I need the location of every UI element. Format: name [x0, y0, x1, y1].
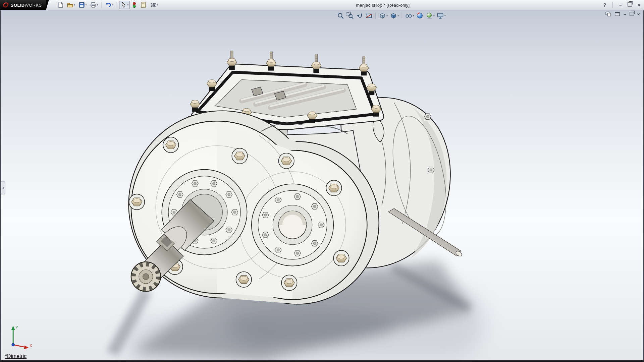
- toolbar-separator: [117, 2, 117, 8]
- dropdown-caret-icon[interactable]: ▾: [444, 14, 446, 17]
- logo-notch: [46, 0, 49, 10]
- dropdown-caret-icon[interactable]: ▾: [127, 4, 129, 6]
- minimize-button[interactable]: –: [618, 2, 623, 7]
- titlebar: SOLIDWORKS ▾: [0, 0, 644, 10]
- application-window: SOLIDWORKS ▾: [0, 0, 644, 362]
- dropdown-caret-icon[interactable]: ▾: [97, 4, 98, 6]
- select-arrow-icon: [120, 2, 127, 8]
- zoom-to-fit-icon: [337, 12, 344, 19]
- display-style-icon: [390, 12, 397, 19]
- selection-filter-icon: [132, 2, 137, 8]
- toolbar-separator: [612, 2, 613, 8]
- dropdown-caret-icon[interactable]: ▾: [74, 4, 75, 6]
- save-icon: [78, 2, 85, 8]
- toolbar-separator: [375, 13, 376, 18]
- solidworks-logo: SOLIDWORKS: [0, 0, 46, 10]
- selection-filter-button[interactable]: [130, 1, 138, 9]
- dropdown-caret-icon[interactable]: ▾: [386, 14, 388, 17]
- document-window-controls: – ×: [605, 11, 640, 16]
- edit-appearance-icon: [416, 12, 423, 19]
- section-view-button[interactable]: [365, 11, 373, 19]
- dropdown-caret-icon[interactable]: ▾: [86, 4, 87, 6]
- window-bottom-edge: [0, 360, 644, 362]
- window-controls: ? – ×: [602, 0, 641, 10]
- apply-scene-button[interactable]: ▾: [426, 11, 435, 19]
- print-icon: [90, 2, 97, 8]
- open-folder-icon: [67, 2, 74, 8]
- undo-icon: [105, 2, 112, 8]
- close-button[interactable]: ×: [637, 2, 641, 7]
- view-orientation-label: *Dimetric: [5, 353, 27, 359]
- print-button[interactable]: ▾: [89, 1, 100, 9]
- new-document-icon: [57, 2, 64, 8]
- graphics-viewport: ▾ ▾ ▾: [0, 10, 644, 360]
- help-button[interactable]: ?: [602, 2, 607, 7]
- restore-icon: [630, 12, 634, 16]
- zoom-to-area-button[interactable]: [346, 11, 354, 19]
- hide-show-items-icon: [405, 12, 412, 19]
- document-close-button[interactable]: ×: [637, 12, 640, 16]
- options-icon: [150, 2, 157, 8]
- restore-button[interactable]: [627, 2, 633, 7]
- apply-scene-icon: [426, 12, 433, 19]
- edit-appearance-button[interactable]: [416, 11, 423, 19]
- toolbar-separator: [102, 2, 102, 8]
- brand-text: SOLIDWORKS: [11, 2, 42, 7]
- input-flange-boss: [252, 184, 333, 266]
- undo-button[interactable]: ▾: [104, 1, 115, 9]
- dropdown-caret-icon[interactable]: ▾: [413, 14, 414, 17]
- file-properties-icon: [140, 2, 147, 8]
- previous-view-icon: [356, 12, 363, 19]
- section-view-icon: [365, 12, 373, 19]
- save-button[interactable]: ▾: [77, 1, 88, 9]
- feature-panel-collapse-tab[interactable]: ◄: [1, 181, 5, 194]
- dropdown-caret-icon[interactable]: ▾: [157, 4, 158, 6]
- tile-window-icon: [605, 11, 611, 16]
- view-settings-icon: [437, 12, 444, 19]
- document-title: menjac sklop * [Read-only]: [356, 0, 410, 10]
- toolbar-separator: [402, 13, 402, 18]
- document-minimize-button[interactable]: –: [624, 12, 626, 16]
- dropdown-caret-icon[interactable]: ▾: [433, 14, 435, 17]
- zoom-to-fit-button[interactable]: [337, 11, 344, 19]
- float-window-icon: [614, 11, 620, 16]
- ds-logo-icon: [2, 2, 9, 8]
- triad-y-label: Y: [16, 325, 18, 329]
- view-orientation-button[interactable]: ▾: [379, 11, 388, 19]
- select-button[interactable]: ▾: [119, 1, 130, 9]
- document-restore-button[interactable]: [630, 12, 634, 16]
- dropdown-caret-icon[interactable]: ▾: [397, 14, 399, 17]
- heads-up-view-toolbar: ▾ ▾ ▾: [337, 11, 446, 20]
- view-orientation-icon: [379, 12, 386, 19]
- float-window-button[interactable]: [614, 11, 620, 16]
- hide-show-items-button[interactable]: ▾: [405, 11, 414, 19]
- view-settings-button[interactable]: ▾: [437, 11, 446, 19]
- standard-toolbar: ▾ ▾ ▾: [56, 1, 160, 9]
- new-document-button[interactable]: [56, 1, 65, 9]
- dropdown-caret-icon[interactable]: ▾: [112, 4, 113, 6]
- options-button[interactable]: ▾: [149, 1, 159, 9]
- display-style-button[interactable]: ▾: [390, 11, 399, 19]
- triad-x-label: X: [30, 344, 32, 348]
- orientation-triad: Y X: [7, 323, 36, 350]
- graphics-area[interactable]: [1, 10, 643, 360]
- zoom-to-area-icon: [346, 12, 354, 19]
- tile-window-button[interactable]: [605, 11, 611, 16]
- previous-view-button[interactable]: [356, 11, 363, 19]
- file-properties-button[interactable]: [139, 1, 148, 9]
- restore-icon: [628, 2, 632, 6]
- open-button[interactable]: ▾: [66, 1, 76, 9]
